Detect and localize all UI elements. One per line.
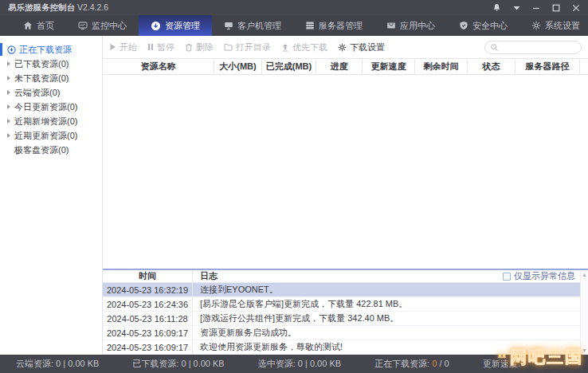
sidebar-item-not-downloaded[interactable]: 未下载资源(0) bbox=[0, 71, 102, 85]
log-message: [易乐游昆仑版客户端]更新完成，下载量 422.81 MB。 bbox=[192, 297, 588, 311]
sidebar-item-recently-added[interactable]: 近期新增资源(0) bbox=[0, 114, 102, 128]
status-downloaded-resources: 已下载资源: 0 | 0.00 KB bbox=[132, 358, 224, 370]
nav-label: 监控中心 bbox=[92, 20, 127, 32]
main-nav: 首页 监控中心 资源管理 客户机管理 服务器管理 应用中心 安全中心 系统设置 bbox=[0, 15, 588, 36]
chevron-down-icon[interactable] bbox=[513, 6, 520, 10]
abnormal-only-checkbox[interactable] bbox=[503, 273, 511, 281]
theme-icon[interactable] bbox=[492, 3, 501, 12]
resource-table-body[interactable] bbox=[103, 75, 588, 269]
button-label: 打开目录 bbox=[236, 41, 271, 53]
close-button[interactable] bbox=[572, 4, 580, 12]
trash-icon bbox=[185, 43, 193, 52]
sidebar-item-cloud[interactable]: 云端资源(0) bbox=[0, 85, 102, 100]
sidebar-item-geek-disk[interactable]: 极客盘资源(0) bbox=[0, 143, 102, 157]
log-row[interactable]: 2024-05-23 16:32:19 连接到EYOONET。 bbox=[103, 283, 588, 297]
status-update-speed: 更新速度: bbox=[483, 358, 520, 370]
column-header-size[interactable]: 大小(MB) bbox=[214, 59, 262, 74]
column-header-update-speed[interactable]: 更新速度 bbox=[363, 59, 415, 74]
expand-arrow-icon bbox=[7, 119, 10, 124]
resource-management-icon bbox=[151, 21, 161, 31]
expand-arrow-icon bbox=[7, 90, 10, 95]
folder-icon bbox=[224, 43, 233, 51]
nav-label: 资源管理 bbox=[165, 20, 200, 32]
expand-arrow-icon bbox=[7, 133, 10, 138]
log-scrollbar[interactable]: ▲ ▼ bbox=[580, 271, 588, 355]
log-message: [游戏运行公共组件]更新完成，下载量 342.40 MB。 bbox=[192, 312, 588, 325]
monitor-center-icon bbox=[78, 21, 88, 30]
sidebar-item-label: 未下载资源(0) bbox=[14, 73, 69, 84]
download-toolbar: 开始 暂停 删除 打开目录 优先下载 bbox=[103, 36, 588, 59]
window-controls bbox=[492, 3, 580, 12]
log-message: 连接到EYOONET。 bbox=[192, 283, 588, 296]
expand-arrow-icon bbox=[7, 76, 10, 80]
sidebar-item-downloaded[interactable]: 已下载资源(0) bbox=[0, 57, 102, 71]
column-header-remaining-time[interactable]: 剩余时间 bbox=[415, 59, 468, 74]
home-icon bbox=[23, 21, 33, 30]
log-column-message: 日志 仅显示异常信息 bbox=[192, 270, 588, 282]
app-center-icon bbox=[386, 21, 396, 30]
status-bar: 云端资源: 0 | 0.00 KB 已下载资源: 0 | 0.00 KB 选中资… bbox=[0, 355, 588, 373]
log-row[interactable]: 2024-05-23 16:09:17 资源更新服务启动成功。 bbox=[103, 326, 588, 340]
log-row[interactable]: 2024-05-23 16:11:28 [游戏运行公共组件]更新完成，下载量 3… bbox=[103, 312, 588, 326]
column-header-resource-name[interactable]: 资源名称 bbox=[103, 59, 214, 74]
nav-item-resource-management[interactable]: 资源管理 bbox=[139, 15, 212, 36]
status-selected-resources: 选中资源: 0 | 0.00 KB bbox=[258, 358, 341, 370]
column-header-server-path[interactable]: 服务器路径 bbox=[515, 59, 580, 74]
nav-item-security-center[interactable]: 安全中心 bbox=[447, 15, 519, 36]
log-column-time: 时间 bbox=[103, 270, 192, 282]
sidebar-item-updated-today[interactable]: 今日更新资源(0) bbox=[0, 100, 102, 114]
nav-label: 客户机管理 bbox=[237, 20, 281, 32]
nav-item-server-management[interactable]: 服务器管理 bbox=[293, 15, 374, 36]
resource-sidebar: 正在下载资源 已下载资源(0) 未下载资源(0) 云端资源(0) 今日更新资源(… bbox=[0, 36, 103, 355]
resource-table-header: 资源名称 大小(MB) 已完成(MB) 进度 更新速度 剩余时间 状态 服务器路… bbox=[103, 59, 588, 75]
log-message: 资源更新服务启动成功。 bbox=[192, 326, 588, 340]
sidebar-item-label: 近期更新资源(0) bbox=[14, 130, 77, 142]
log-message: 欢迎使用资源更新服务，尊敬的测试! bbox=[192, 340, 588, 354]
security-center-icon bbox=[459, 21, 468, 30]
scroll-up-icon[interactable]: ▲ bbox=[582, 273, 587, 277]
nav-label: 安全中心 bbox=[472, 20, 508, 32]
scroll-down-icon[interactable]: ▼ bbox=[582, 348, 587, 353]
nav-label: 系统设置 bbox=[545, 20, 580, 32]
column-header-status[interactable]: 状态 bbox=[468, 59, 515, 74]
downloading-icon bbox=[7, 45, 16, 54]
log-row[interactable]: 2024-05-23 16:09:17 欢迎使用资源更新服务，尊敬的测试! bbox=[103, 340, 588, 355]
scrollbar-stub bbox=[580, 59, 588, 74]
log-time: 2024-05-23 16:11:28 bbox=[103, 312, 192, 325]
maximize-button[interactable] bbox=[552, 4, 560, 12]
nav-label: 服务器管理 bbox=[319, 20, 363, 32]
sidebar-item-label: 极客盘资源(0) bbox=[14, 144, 69, 156]
abnormal-only-filter[interactable]: 仅显示异常信息 bbox=[503, 270, 575, 282]
open-directory-button[interactable]: 打开目录 bbox=[224, 41, 271, 53]
delete-button[interactable]: 删除 bbox=[185, 41, 214, 53]
spacer bbox=[7, 147, 10, 152]
sidebar-item-label: 云端资源(0) bbox=[14, 87, 60, 99]
nav-item-home[interactable]: 首页 bbox=[11, 15, 66, 36]
pause-button[interactable]: 暂停 bbox=[147, 41, 174, 53]
system-settings-icon bbox=[531, 21, 541, 30]
log-row[interactable]: 2024-05-23 16:24:36 [易乐游昆仑版客户端]更新完成，下载量 … bbox=[103, 297, 588, 312]
minimize-button[interactable] bbox=[532, 4, 540, 12]
start-button[interactable]: 开始 bbox=[109, 41, 137, 53]
log-time: 2024-05-23 16:32:19 bbox=[103, 283, 192, 296]
column-header-progress[interactable]: 进度 bbox=[316, 59, 363, 74]
priority-download-button[interactable]: 优先下载 bbox=[281, 41, 327, 53]
nav-item-client-management[interactable]: 客户机管理 bbox=[212, 15, 293, 36]
sidebar-item-label: 已下载资源(0) bbox=[14, 58, 69, 70]
sidebar-item-downloading[interactable]: 正在下载资源 bbox=[0, 42, 102, 57]
nav-item-app-center[interactable]: 应用中心 bbox=[374, 15, 447, 36]
search-input[interactable] bbox=[502, 43, 576, 52]
column-header-completed[interactable]: 已完成(MB) bbox=[262, 59, 316, 74]
server-management-icon bbox=[305, 21, 315, 30]
log-time: 2024-05-23 16:24:36 bbox=[103, 297, 192, 311]
log-column-message-label: 日志 bbox=[200, 270, 218, 282]
nav-item-system-settings[interactable]: 系统设置 bbox=[519, 15, 588, 36]
search-icon bbox=[490, 43, 499, 52]
sidebar-item-label: 近期新增资源(0) bbox=[14, 116, 77, 128]
sidebar-item-recently-updated[interactable]: 近期更新资源(0) bbox=[0, 128, 102, 143]
download-settings-button[interactable]: 下载设置 bbox=[338, 41, 385, 53]
pause-icon bbox=[147, 43, 154, 51]
play-icon bbox=[109, 43, 116, 51]
nav-item-monitor-center[interactable]: 监控中心 bbox=[66, 15, 139, 36]
log-time: 2024-05-23 16:09:17 bbox=[103, 326, 192, 340]
